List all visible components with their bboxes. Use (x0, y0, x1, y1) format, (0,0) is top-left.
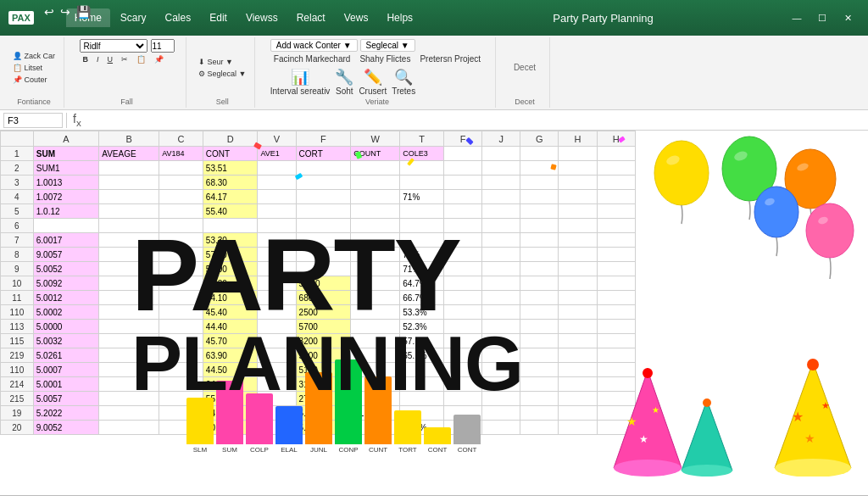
cell-row20-col1[interactable]: 9.0052 (33, 421, 98, 435)
crusert-button[interactable]: ✏️ Crusert (359, 68, 387, 96)
tab-helps[interactable]: Helps (378, 8, 421, 27)
cell-row113-col8[interactable]: 52.3% (400, 320, 444, 334)
row-num-6[interactable]: 6 (1, 219, 34, 233)
cell-row4-col9[interactable] (443, 190, 481, 204)
cell-row3-col10[interactable] (482, 176, 520, 190)
formula-input[interactable] (87, 114, 865, 126)
cell-D1[interactable]: CONT (203, 147, 258, 161)
cell-row7-col13[interactable] (597, 233, 635, 248)
cell-row4-col12[interactable] (559, 190, 597, 204)
cell-row214-col2[interactable] (99, 377, 159, 392)
litset-button[interactable]: 📋 Litset (9, 63, 58, 73)
tab-cales[interactable]: Cales (157, 8, 200, 27)
cell-row7-col7[interactable] (351, 233, 400, 248)
cell-row110-col10[interactable] (482, 305, 520, 320)
row-num-11[interactable]: 11 (1, 291, 34, 305)
cell-1-12[interactable] (559, 147, 597, 161)
cell-row10-col3[interactable] (159, 276, 203, 291)
col-header-V[interactable]: V (258, 131, 296, 147)
cell-row10-col6[interactable]: 5.300 (296, 276, 351, 291)
cell-row110-col4[interactable]: 45.40 (203, 305, 258, 320)
cell-row2-col5[interactable] (258, 161, 296, 176)
restore-button[interactable]: ☐ (810, 8, 834, 27)
cell-row219-col2[interactable] (99, 348, 159, 363)
col-header-D[interactable]: D (203, 131, 258, 147)
cell-row110-col8[interactable]: 53.3% (400, 305, 444, 320)
cell-row110-col12[interactable] (559, 305, 597, 320)
interval-button[interactable]: 📊 Interval sereativ (270, 68, 331, 96)
cell-row3-col6[interactable] (296, 176, 351, 190)
cell-row9-col4[interactable]: 57.00 (203, 262, 258, 276)
cell-row3-col4[interactable]: 68.30 (203, 176, 258, 190)
cell-row113-col10[interactable] (482, 320, 520, 334)
cell-row3-col3[interactable] (159, 176, 203, 190)
cell-row4-col11[interactable] (520, 190, 559, 204)
cell-row2-col9[interactable] (443, 161, 481, 176)
cell-row4-col2[interactable] (99, 190, 159, 204)
fx-button[interactable]: fx (70, 112, 84, 128)
tab-viewss[interactable]: Viewss (237, 8, 287, 27)
font-name-select[interactable]: Ridlf (80, 39, 147, 53)
cell-row11-col8[interactable]: 66.7% (400, 291, 444, 305)
cell-row2-col2[interactable] (99, 161, 159, 176)
cell-row7-col12[interactable] (559, 233, 597, 248)
row-num-4[interactable]: 4 (1, 190, 34, 204)
cell-row3-col5[interactable] (258, 176, 296, 190)
cell-row19-col2[interactable] (99, 406, 159, 421)
cell-row110-col1[interactable]: 5.0002 (33, 305, 98, 320)
cell-row7-col8[interactable] (400, 233, 444, 248)
cell-row8-col2[interactable] (99, 248, 159, 262)
underline-button[interactable]: U (104, 54, 117, 64)
cell-row20-col2[interactable] (99, 421, 159, 435)
cell-row5-col4[interactable]: 55.40 (203, 204, 258, 219)
cell-1-10[interactable] (482, 147, 520, 161)
cell-row11-col7[interactable] (351, 291, 400, 305)
zack-car-button[interactable]: 👤 Zack Car (9, 51, 58, 61)
couter-button[interactable]: 📌 Couter (9, 75, 58, 85)
cell-row9-col9[interactable] (443, 262, 481, 276)
cell-row113-col3[interactable] (159, 320, 203, 334)
redo-button[interactable]: ↪ (58, 5, 72, 19)
row-num-115[interactable]: 115 (1, 334, 34, 348)
cell-row9-col6[interactable] (296, 262, 351, 276)
cell-row11-col10[interactable] (482, 291, 520, 305)
cell-row4-col3[interactable] (159, 190, 203, 204)
cell-row2-col13[interactable] (597, 161, 635, 176)
cell-V1[interactable]: AVE1 (258, 147, 296, 161)
cell-row110-col1[interactable]: 5.0007 (33, 363, 98, 377)
cell-row8-col4[interactable]: 57.40 (203, 248, 258, 262)
cell-row10-col7[interactable] (351, 276, 400, 291)
cell-row110-col9[interactable] (443, 305, 481, 320)
cell-row10-col9[interactable] (443, 276, 481, 291)
copy-button[interactable]: 📋 (133, 54, 149, 64)
cell-row215-col1[interactable]: 5.0057 (33, 392, 98, 406)
close-button[interactable]: ✕ (836, 8, 860, 27)
row-num-3[interactable]: 3 (1, 176, 34, 190)
cell-row115-col4[interactable]: 45.70 (203, 334, 258, 348)
cell-row7-col3[interactable] (159, 233, 203, 248)
cell-row11-col2[interactable] (99, 291, 159, 305)
cell-row3-col11[interactable] (520, 176, 559, 190)
cell-row11-col9[interactable] (443, 291, 481, 305)
cell-row5-col1[interactable]: 1.0.12 (33, 204, 98, 219)
cell-row9-col12[interactable] (559, 262, 597, 276)
cell-row5-col10[interactable] (482, 204, 520, 219)
cell-row115-col8[interactable]: 57.1% (400, 334, 444, 348)
seglecal-button[interactable]: ⚙ Seglecal ▼ (195, 69, 249, 79)
cell-row113-col2[interactable] (99, 320, 159, 334)
col-header-W[interactable]: W (351, 131, 400, 147)
cell-row4-col1[interactable]: 1.0072 (33, 190, 98, 204)
cell-row113-col9[interactable] (443, 320, 481, 334)
pretersn-button[interactable]: Pretersn Project (416, 53, 484, 64)
cell-row4-col4[interactable]: 64.17 (203, 190, 258, 204)
add-wack-conter-button[interactable]: Add wack Conter ▼ (270, 39, 358, 52)
cell-row10-col10[interactable] (482, 276, 520, 291)
cell-row10-col11[interactable] (520, 276, 559, 291)
cell-row9-col8[interactable]: 71% (400, 262, 444, 276)
cell-row115-col13[interactable] (597, 334, 635, 348)
cell-row9-col2[interactable] (99, 262, 159, 276)
cell-row6-col9[interactable] (443, 219, 481, 233)
cell-row3-col9[interactable] (443, 176, 481, 190)
tab-vews[interactable]: Vews (336, 8, 377, 27)
row-num-20[interactable]: 20 (1, 421, 34, 435)
